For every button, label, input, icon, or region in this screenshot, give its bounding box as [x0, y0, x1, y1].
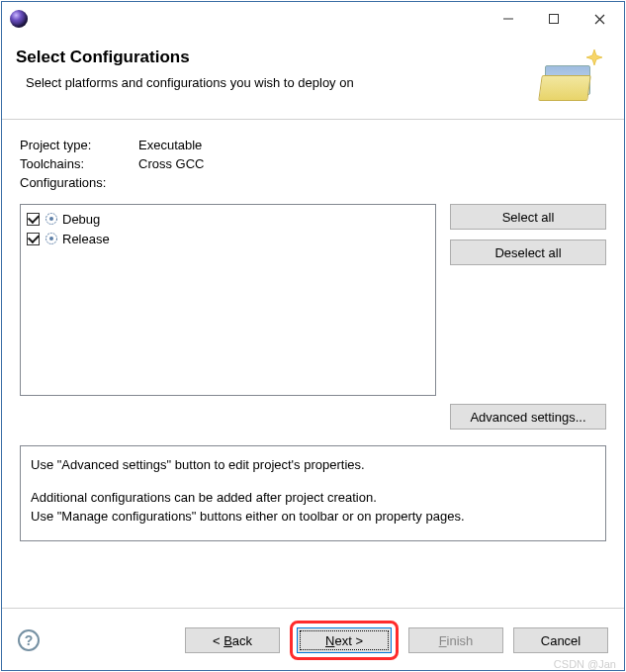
- info-panel: Use "Advanced settings" button to edit p…: [20, 445, 606, 541]
- list-item[interactable]: Debug: [27, 209, 429, 229]
- dialog-window: Select Configurations Select platforms a…: [1, 1, 625, 671]
- next-button[interactable]: Next >: [297, 627, 392, 653]
- checkbox-icon[interactable]: [27, 233, 40, 245]
- back-button[interactable]: < Back: [185, 627, 280, 653]
- annotation-highlight: Next >: [290, 621, 399, 660]
- banner: Select Configurations Select platforms a…: [2, 36, 624, 120]
- deselect-all-button[interactable]: Deselect all: [450, 240, 606, 265]
- minimize-button[interactable]: [486, 4, 531, 34]
- config-icon: [44, 232, 58, 246]
- info-line: Use "Advanced settings" button to edit p…: [31, 456, 595, 475]
- svg-marker-4: [586, 49, 602, 65]
- config-icon: [44, 212, 58, 227]
- configurations-list[interactable]: Debug Release: [20, 204, 436, 396]
- cancel-button[interactable]: Cancel: [513, 627, 608, 653]
- close-button[interactable]: [577, 4, 622, 34]
- list-item[interactable]: Release: [27, 229, 429, 248]
- svg-point-6: [49, 217, 53, 221]
- banner-title: Select Configurations: [16, 48, 525, 67]
- titlebar: [2, 2, 624, 36]
- info-line: Additional configurations can be added a…: [31, 489, 595, 508]
- list-item-label: Release: [62, 232, 110, 246]
- banner-subtitle: Select platforms and configurations you …: [26, 75, 525, 90]
- toolchains-value: Cross GCC: [138, 156, 204, 171]
- content-area: Project type: Executable Toolchains: Cro…: [2, 120, 624, 608]
- info-line: Use "Manage configurations" buttons eith…: [31, 508, 595, 527]
- project-type-value: Executable: [138, 138, 202, 152]
- checkbox-icon[interactable]: [27, 213, 40, 226]
- svg-rect-1: [550, 15, 559, 24]
- help-icon[interactable]: ?: [18, 629, 40, 651]
- toolchains-label: Toolchains:: [20, 156, 138, 171]
- list-item-label: Debug: [62, 212, 100, 227]
- select-all-button[interactable]: Select all: [450, 204, 606, 230]
- svg-point-8: [49, 237, 53, 240]
- maximize-button[interactable]: [531, 4, 577, 34]
- eclipse-icon: [10, 10, 28, 28]
- project-type-label: Project type:: [20, 138, 138, 152]
- button-bar: ? < Back Next > Finish Cancel: [2, 608, 624, 670]
- finish-button: Finish: [408, 627, 503, 653]
- wizard-banner-icon: [537, 46, 606, 107]
- advanced-settings-button[interactable]: Advanced settings...: [450, 404, 606, 430]
- configurations-label: Configurations:: [20, 175, 138, 190]
